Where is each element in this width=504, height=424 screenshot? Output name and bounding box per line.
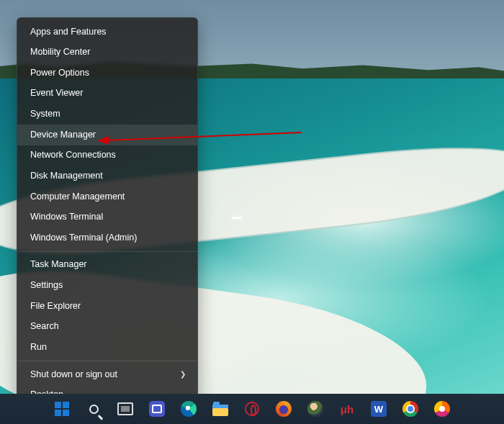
- taskbar-button-chat[interactable]: [145, 397, 169, 421]
- menu-item-settings[interactable]: Settings: [17, 276, 197, 297]
- menu-item-event-viewer[interactable]: Event Viewer: [17, 84, 197, 104]
- menu-item-system[interactable]: System: [17, 104, 197, 125]
- winx-context-menu[interactable]: Apps and FeaturesMobility CenterPower Op…: [17, 17, 198, 410]
- taskbar-button-firefox[interactable]: [271, 397, 296, 421]
- menu-item-run[interactable]: Run: [17, 337, 197, 358]
- menu-item-computer-management[interactable]: Computer Management: [17, 186, 197, 207]
- menu-item-label: Device Manager: [30, 130, 96, 141]
- taskbar-button-avatar[interactable]: [303, 397, 328, 421]
- menu-item-label: Settings: [30, 280, 63, 292]
- menu-item-label: Windows Terminal: [30, 212, 103, 223]
- taskbar-button-edge[interactable]: [176, 397, 201, 421]
- menu-item-mobility-center[interactable]: Mobility Center: [17, 42, 197, 63]
- taskbar-button-search[interactable]: [81, 397, 106, 421]
- menu-item-label: Windows Terminal (Admin): [30, 233, 137, 244]
- menu-item-task-manager[interactable]: Task Manager: [17, 255, 197, 276]
- taskbar-button-chrome[interactable]: [398, 397, 423, 421]
- menu-item-shut-down[interactable]: Shut down or sign out❯: [17, 364, 197, 385]
- menu-item-label: Computer Management: [30, 191, 125, 203]
- taskbar-button-mu[interactable]: [335, 397, 359, 421]
- menu-item-label: Event Viewer: [30, 88, 83, 99]
- menu-item-disk-management[interactable]: Disk Management: [17, 166, 197, 186]
- menu-item-device-manager[interactable]: Device Manager: [17, 125, 197, 145]
- chat-icon: [149, 401, 165, 417]
- taskbar-button-taskview[interactable]: [113, 397, 138, 421]
- taskbar: [0, 394, 504, 424]
- chevron-right-icon: ❯: [180, 370, 186, 379]
- menu-separator: [17, 251, 197, 252]
- opera-icon: [245, 402, 259, 416]
- chrome-canary-icon: [434, 401, 450, 417]
- taskbar-button-word[interactable]: [366, 397, 391, 421]
- mu-torrent-icon: [339, 401, 355, 417]
- taskbar-button-opera[interactable]: [240, 397, 264, 421]
- menu-item-label: Run: [30, 342, 47, 353]
- edge-icon: [181, 401, 197, 417]
- avatar-icon: [307, 401, 323, 417]
- chrome-icon: [402, 401, 418, 417]
- menu-item-apps-features[interactable]: Apps and Features: [17, 22, 197, 42]
- menu-item-label: Apps and Features: [30, 27, 107, 38]
- menu-item-search[interactable]: Search: [17, 317, 197, 338]
- taskbar-button-start[interactable]: [50, 397, 74, 421]
- firefox-icon: [276, 401, 292, 417]
- taskbar-button-explorer[interactable]: [208, 397, 233, 421]
- task-view-icon: [117, 402, 133, 415]
- word-icon: [371, 401, 387, 417]
- file-explorer-icon: [212, 405, 228, 416]
- taskbar-button-canary[interactable]: [430, 397, 454, 421]
- menu-item-windows-terminal-admin[interactable]: Windows Terminal (Admin): [17, 227, 197, 248]
- menu-separator: [17, 361, 197, 361]
- menu-item-label: Search: [30, 321, 59, 333]
- menu-item-file-explorer[interactable]: File Explorer: [17, 296, 197, 317]
- menu-item-power-options[interactable]: Power Options: [17, 63, 197, 84]
- menu-item-label: File Explorer: [30, 301, 81, 312]
- menu-item-label: Network Connections: [30, 150, 116, 161]
- menu-item-windows-terminal[interactable]: Windows Terminal: [17, 207, 197, 228]
- search-icon: [89, 405, 99, 414]
- menu-item-label: Shut down or sign out: [30, 369, 117, 381]
- menu-item-label: Power Options: [30, 68, 89, 79]
- start-icon: [54, 401, 70, 417]
- menu-item-network-connections[interactable]: Network Connections: [17, 145, 197, 166]
- menu-item-label: System: [30, 109, 60, 120]
- menu-item-label: Mobility Center: [30, 47, 90, 58]
- menu-item-label: Task Manager: [30, 259, 87, 271]
- menu-item-label: Disk Management: [30, 171, 103, 182]
